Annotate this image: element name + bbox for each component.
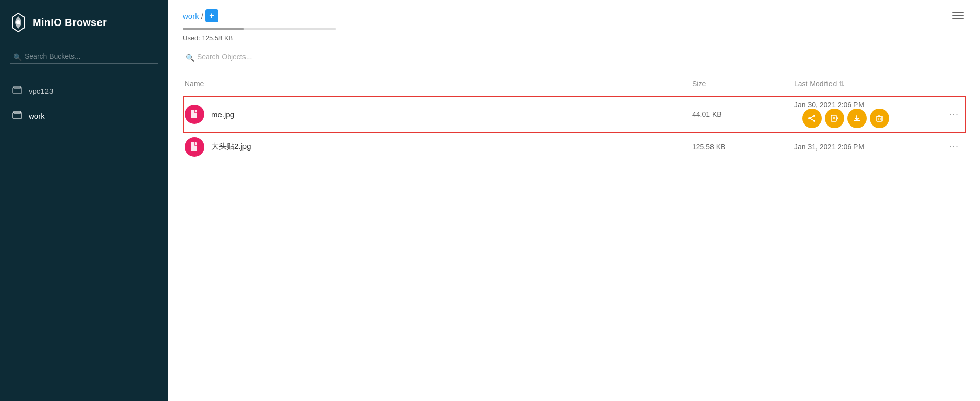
column-header-last-modified[interactable]: Last Modified ⇅: [792, 76, 945, 92]
storage-used-label: Used: 125.58 KB: [183, 34, 233, 42]
table-header: Name Size Last Modified ⇅: [183, 71, 966, 96]
file-size-2: 125.58 KB: [690, 139, 792, 155]
bucket-label-vpc123: vpc123: [29, 87, 53, 95]
svg-line-9: [810, 116, 814, 118]
search-objects-icon: 🔍: [186, 54, 194, 62]
search-buckets-input[interactable]: [10, 49, 158, 64]
more-options-button-1[interactable]: ···: [945, 107, 963, 122]
bucket-label-work: work: [29, 112, 45, 120]
storage-bar-background: [183, 28, 336, 30]
share-button[interactable]: [802, 109, 822, 128]
sort-icon: ⇅: [839, 80, 845, 88]
search-buckets-icon: 🔍: [13, 53, 22, 61]
file-size-1: 44.01 KB: [690, 106, 792, 122]
bucket-icon-vpc123: [12, 86, 22, 96]
svg-rect-14: [877, 117, 882, 121]
file-table: Name Size Last Modified ⇅ me.jpg 4: [168, 71, 980, 401]
storage-info: Used: 125.58 KB: [168, 22, 980, 42]
svg-rect-5: [191, 110, 197, 118]
breadcrumb-separator: /: [201, 12, 203, 20]
sidebar-item-work[interactable]: work: [0, 104, 168, 129]
sidebar: MinIO Browser 🔍 vpc123 work: [0, 0, 168, 401]
column-header-name: Name: [183, 76, 690, 92]
svg-rect-4: [14, 111, 21, 113]
hamburger-line-2: [952, 15, 964, 16]
breadcrumb: work / +: [183, 9, 218, 22]
file-date-1: Jan 30, 2021 2:06 PM: [792, 96, 945, 132]
svg-rect-19: [191, 142, 197, 151]
file-name-cell-2: 大头贴2.jpg: [183, 133, 690, 161]
bucket-icon-work: [12, 111, 22, 121]
file-name-2: 大头贴2.jpg: [211, 142, 251, 152]
top-bar: work / +: [168, 0, 980, 22]
app-title: MinIO Browser: [33, 17, 107, 29]
add-folder-button[interactable]: +: [205, 9, 218, 22]
main-content: work / + Used: 125.58 KB 🔍 Name Size Las…: [168, 0, 980, 401]
bucket-search-container: 🔍: [0, 45, 168, 72]
download-button[interactable]: [847, 109, 867, 128]
file-icon-1: [185, 105, 204, 124]
svg-rect-2: [14, 86, 21, 88]
breadcrumb-bucket-link[interactable]: work: [183, 12, 199, 20]
search-objects-input[interactable]: [183, 48, 966, 65]
minio-logo-icon: [10, 12, 27, 33]
file-icon-2: [185, 137, 204, 157]
hamburger-line-3: [952, 18, 964, 19]
file-more-1: ···: [945, 107, 966, 122]
action-buttons-group-1: [802, 109, 889, 128]
table-row: 大头贴2.jpg 125.58 KB Jan 31, 2021 2:06 PM …: [183, 133, 966, 161]
column-header-size: Size: [690, 76, 792, 92]
hamburger-menu-button[interactable]: [950, 10, 966, 21]
file-name-1: me.jpg: [211, 110, 234, 119]
sidebar-item-vpc123[interactable]: vpc123: [0, 79, 168, 104]
column-header-actions: [945, 76, 966, 92]
sidebar-header: MinIO Browser: [0, 0, 168, 45]
hamburger-line-1: [952, 12, 964, 13]
bucket-list: vpc123 work: [0, 72, 168, 135]
file-more-2: ···: [945, 139, 966, 154]
object-search-container: 🔍: [168, 42, 980, 71]
delete-button[interactable]: [870, 109, 889, 128]
svg-line-10: [810, 118, 814, 121]
storage-bar-fill: [183, 28, 244, 30]
table-row: me.jpg 44.01 KB Jan 30, 2021 2:06 PM: [183, 96, 966, 133]
file-name-cell-1: me.jpg: [183, 101, 690, 128]
more-options-button-2[interactable]: ···: [945, 139, 963, 154]
file-date-2: Jan 31, 2021 2:06 PM: [792, 139, 945, 155]
svg-point-0: [16, 20, 20, 24]
preview-button[interactable]: [825, 109, 844, 128]
